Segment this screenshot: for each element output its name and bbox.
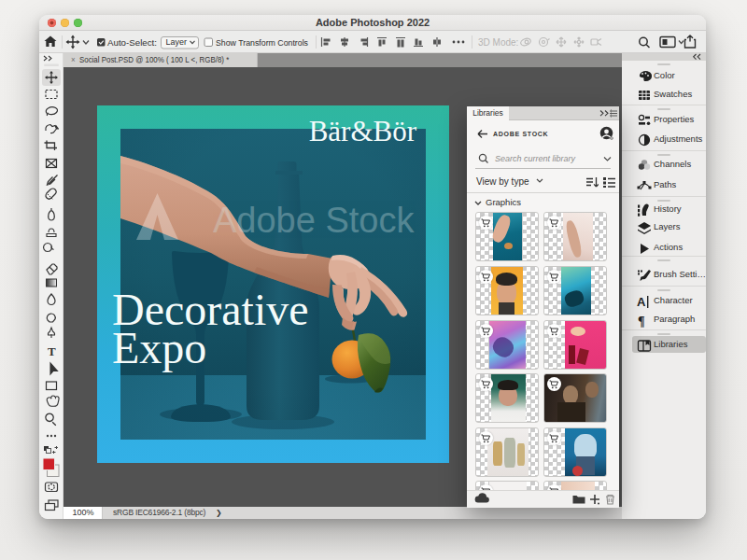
svg-text:Show Transform Controls: Show Transform Controls <box>216 37 308 48</box>
svg-text:Expo: Expo <box>112 323 206 372</box>
svg-text:A: A <box>637 295 646 309</box>
svg-text:Adobe Stock: Adobe Stock <box>213 201 415 240</box>
svg-text:T: T <box>48 344 56 358</box>
svg-text:¶: ¶ <box>638 315 645 329</box>
svg-text:Auto-Select:: Auto-Select: <box>107 37 157 48</box>
svg-text:Bär&Bör: Bär&Bör <box>309 115 417 147</box>
svg-text:Layer: Layer <box>166 37 188 47</box>
svg-text:3D Mode:: 3D Mode: <box>478 37 518 48</box>
